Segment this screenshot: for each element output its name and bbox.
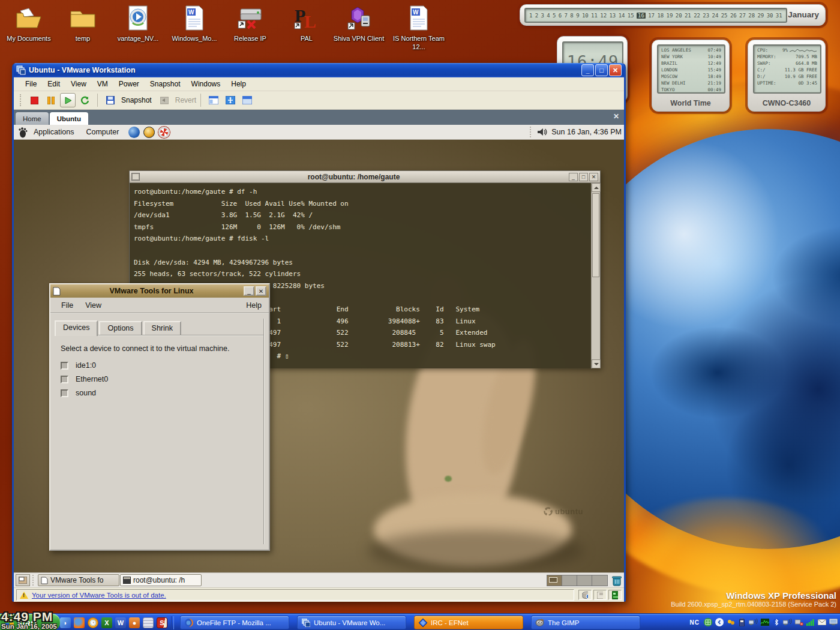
task-onefile-ftp[interactable]: OneFile FTP - Mozilla ... bbox=[180, 616, 289, 629]
status-message-cell[interactable]: Your version of VMware Tools is out of d… bbox=[16, 589, 574, 601]
fullscreen-button[interactable] bbox=[223, 93, 238, 107]
menu-help[interactable]: Help bbox=[226, 78, 251, 90]
snapshot-button[interactable] bbox=[103, 93, 118, 107]
signal-bars-icon[interactable] bbox=[806, 618, 815, 627]
workspace-1[interactable] bbox=[547, 575, 562, 586]
battery-icon[interactable] bbox=[737, 618, 746, 627]
menu-file[interactable]: File bbox=[20, 78, 42, 90]
floppy-icon[interactable] bbox=[593, 590, 607, 600]
wireless2-icon[interactable] bbox=[783, 618, 792, 627]
start-button[interactable]: start bbox=[0, 614, 60, 630]
excel-icon[interactable]: X bbox=[101, 617, 112, 628]
desktop-icon-shiva-vpn[interactable]: Shiva VPN Client bbox=[331, 4, 386, 43]
disk-icon[interactable] bbox=[578, 590, 592, 600]
task-irc-efnet[interactable]: IRC - EFNet bbox=[414, 616, 523, 629]
terminal-maximize-button[interactable]: □ bbox=[579, 173, 588, 181]
workspace-4[interactable] bbox=[592, 575, 607, 586]
show-desktop-button[interactable] bbox=[16, 574, 30, 586]
tab-home[interactable]: Home bbox=[16, 112, 49, 125]
wireless-icon[interactable] bbox=[749, 618, 758, 627]
checkbox-ide[interactable] bbox=[61, 362, 68, 370]
tab-ubuntu[interactable]: Ubuntu bbox=[50, 112, 88, 125]
dialog-menu-view[interactable]: View bbox=[79, 301, 107, 310]
firefox-icon[interactable] bbox=[74, 617, 85, 628]
device-row-ide[interactable]: ide1:0 bbox=[61, 361, 257, 370]
desktop-icon-windows-mo[interactable]: W Windows_Mo... bbox=[167, 4, 222, 43]
tray-nc-label[interactable]: NC bbox=[690, 619, 700, 626]
suspend-button[interactable] bbox=[43, 93, 59, 107]
quick-switch-button[interactable] bbox=[206, 93, 221, 107]
checkbox-sound[interactable] bbox=[61, 389, 68, 397]
cardfile-icon[interactable] bbox=[143, 617, 154, 628]
workspace-2[interactable] bbox=[562, 575, 577, 586]
menu-windows[interactable]: Windows bbox=[186, 78, 226, 90]
bluetooth-icon[interactable] bbox=[772, 618, 781, 627]
dialog-title-bar[interactable]: VMware Tools for Linux _ ✕ bbox=[50, 284, 269, 298]
collapse-chevron-icon[interactable] bbox=[715, 618, 724, 627]
terminal-scrollbar[interactable] bbox=[591, 183, 600, 368]
gnome-foot-icon[interactable] bbox=[17, 127, 28, 138]
menu-edit[interactable]: Edit bbox=[42, 78, 65, 90]
vmware-title-bar[interactable]: Ubuntu - VMware Workstation _ □ ✕ bbox=[14, 63, 624, 77]
menu-computer[interactable]: Computer bbox=[80, 128, 125, 136]
desktop-icon-pal[interactable]: PL PAL bbox=[279, 4, 334, 43]
messenger-buddies-icon[interactable] bbox=[726, 618, 735, 627]
task-vmware[interactable]: Ubuntu - VMware Wo... bbox=[297, 616, 406, 629]
menu-snapshot[interactable]: Snapshot bbox=[145, 78, 186, 90]
terminal-title-bar[interactable]: root@ubuntu: /home/gaute _ □ ✕ bbox=[130, 171, 600, 183]
power-off-button[interactable] bbox=[26, 93, 42, 107]
updates-icon[interactable] bbox=[703, 618, 712, 627]
task-gimp[interactable]: The GIMP bbox=[531, 616, 640, 629]
mail-icon[interactable] bbox=[817, 618, 826, 627]
gnome-clock[interactable]: Sun 16 Jan, 4:36 PM bbox=[551, 128, 622, 136]
gnome-clock-area[interactable]: Sun 16 Jan, 4:36 PM bbox=[530, 127, 622, 137]
menu-power[interactable]: Power bbox=[113, 78, 145, 90]
desktop-icon-release-ip[interactable]: Release IP bbox=[223, 4, 278, 43]
summary-view-button[interactable] bbox=[239, 93, 255, 107]
maximize-button[interactable]: □ bbox=[595, 64, 608, 76]
tab-devices[interactable]: Devices bbox=[55, 320, 98, 336]
no-network-icon[interactable] bbox=[794, 618, 803, 627]
checkbox-ethernet[interactable] bbox=[61, 376, 68, 383]
display-icon[interactable] bbox=[829, 618, 838, 627]
clock-icon[interactable]: 🕒 bbox=[88, 617, 98, 628]
dialog-close-button[interactable]: ✕ bbox=[256, 286, 266, 296]
dialog-minimize-button[interactable]: _ bbox=[244, 286, 254, 296]
help-icon[interactable] bbox=[158, 127, 170, 138]
menu-vm[interactable]: VM bbox=[92, 78, 113, 90]
dialog-menu-help[interactable]: Help bbox=[244, 301, 264, 310]
dictionary-icon[interactable]: S bbox=[157, 617, 167, 628]
device-row-ethernet[interactable]: Ethernet0 bbox=[61, 375, 257, 383]
desktop-icon-my-documents[interactable]: My Documents bbox=[1, 4, 56, 43]
scroll-up-icon[interactable] bbox=[592, 183, 601, 192]
package-icon[interactable] bbox=[143, 127, 155, 138]
tab-options[interactable]: Options bbox=[99, 321, 142, 335]
desktop-icon-temp[interactable]: temp bbox=[55, 4, 110, 43]
minimize-button[interactable]: _ bbox=[581, 64, 594, 76]
device-row-sound[interactable]: sound bbox=[61, 389, 257, 397]
terminal-minimize-button[interactable]: _ bbox=[569, 173, 578, 181]
snapshot-label[interactable]: Snapshot bbox=[121, 96, 152, 104]
scroll-down-icon[interactable] bbox=[592, 359, 601, 368]
desktop-icon-is-northern[interactable]: W IS Northern Team 12... bbox=[391, 4, 446, 52]
tab-close-icon[interactable]: ✕ bbox=[613, 112, 619, 121]
powerpoint-icon[interactable]: ● bbox=[129, 617, 140, 628]
calendar-widget[interactable]: 1234567891011121314151617181920212223242… bbox=[520, 4, 826, 26]
volume-icon[interactable] bbox=[537, 127, 548, 137]
tab-shrink[interactable]: Shrink bbox=[143, 321, 181, 335]
system-monitor-widget[interactable]: CPU: 9% MEMORY:709.5 MBSWAP:664.8 MBC:/1… bbox=[748, 40, 826, 112]
power-on-button[interactable] bbox=[60, 93, 76, 107]
workspace-3[interactable] bbox=[577, 575, 592, 586]
desktop-icon-vantage[interactable]: vantage_NV... bbox=[110, 4, 166, 43]
network-icon[interactable] bbox=[608, 590, 622, 600]
terminal-close-button[interactable]: ✕ bbox=[589, 173, 598, 181]
workspace-switcher[interactable] bbox=[547, 575, 608, 586]
dialog-menu-file[interactable]: File bbox=[55, 301, 79, 310]
word-icon[interactable]: W bbox=[115, 617, 126, 628]
scroll-thumb[interactable] bbox=[592, 193, 599, 277]
window-button-terminal[interactable]: root@ubuntu: /h bbox=[120, 574, 202, 586]
menu-view[interactable]: View bbox=[65, 78, 92, 90]
browser-icon[interactable] bbox=[128, 127, 140, 138]
tools-outdated-link[interactable]: Your version of VMware Tools is out of d… bbox=[32, 592, 166, 599]
menu-applications[interactable]: Applications bbox=[28, 128, 80, 136]
